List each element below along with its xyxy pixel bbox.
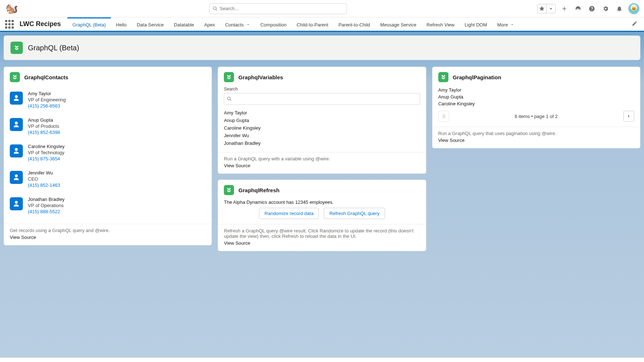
help-icon[interactable] [587, 4, 597, 14]
edit-nav-icon[interactable] [629, 21, 640, 28]
card-desc: Get records using a GraphQL query and @w… [10, 228, 206, 233]
contact-item: Amy Taylor VP of Engineering (415) 256-8… [10, 87, 206, 113]
pagination-name-list: Amy TaylorAnup GuptaCaroline Kingsley [438, 87, 634, 107]
tab-hello[interactable]: Hello [111, 17, 132, 31]
list-item: Caroline Kingsley [224, 124, 420, 132]
pager-text: 6 items • page 1 of 2 [453, 114, 620, 119]
tab-message-service[interactable]: Message Service [375, 17, 422, 31]
tab-refresh-view[interactable]: Refresh View [422, 17, 460, 31]
search-icon [227, 96, 232, 101]
notifications-icon[interactable] [614, 4, 624, 14]
tab-more-label: More [497, 22, 508, 28]
reset-page-button[interactable] [438, 111, 449, 122]
contact-title: VP of Engineering [28, 97, 66, 102]
list-item: Caroline Kingsley [438, 100, 634, 107]
favorite-star-icon[interactable] [538, 4, 546, 13]
contact-name: Caroline Kingsley [28, 144, 64, 149]
card-graphql-pagination: GraphqlPagination Amy TaylorAnup GuptaCa… [432, 67, 640, 148]
view-source-link[interactable]: View Source [224, 240, 420, 246]
user-avatar[interactable]: 🐱 [628, 3, 640, 14]
list-item: Anup Gupta [438, 93, 634, 100]
trailhead-icon[interactable] [573, 4, 583, 14]
contact-name: Amy Taylor [28, 91, 66, 96]
contact-phone[interactable]: (415) 888-5522 [28, 209, 64, 214]
refresh-query-button[interactable]: Refresh GraphQL query [324, 208, 385, 219]
contact-icon [10, 144, 23, 157]
page-title: GraphQL (Beta) [28, 44, 79, 52]
global-search-input[interactable] [220, 6, 344, 11]
page-body: GraphQL (Beta) GraphqlContacts Amy Taylo… [0, 32, 644, 358]
favorite-dropdown-icon[interactable] [547, 4, 555, 13]
refresh-message: The Alpha Dynamics account has 12345 emp… [224, 199, 420, 205]
list-item: Jennifer Wu [224, 132, 420, 139]
card-desc: Run a GraphQL query that uses pagination… [438, 131, 634, 136]
card-title: GraphqlRefresh [238, 187, 279, 193]
card-graphql-contacts: GraphqlContacts Amy Taylor VP of Enginee… [4, 67, 212, 245]
contact-title: VP of Products [28, 123, 60, 129]
contact-name: Jennifer Wu [28, 170, 60, 176]
favorites-group [537, 4, 556, 13]
card-graphql-variables: GraphqlVariables Search Amy TaylorAnup G… [218, 67, 426, 174]
variables-search-input[interactable] [224, 93, 420, 105]
tab-child-to-parent[interactable]: Child-to-Parent [292, 17, 333, 31]
card-title: GraphqlVariables [238, 74, 283, 80]
next-page-button[interactable] [623, 111, 634, 122]
contact-item: Anup Gupta VP of Products (415) 852-6398 [10, 113, 206, 139]
contact-phone[interactable]: (415) 852-6398 [28, 130, 60, 135]
global-header: 🐿️ 🐱 [0, 0, 644, 17]
view-source-link[interactable]: View Source [224, 163, 420, 168]
contact-item: Jennifer Wu CEO (415) 852-1463 [10, 166, 206, 192]
tab-graphql-beta[interactable]: GraphQL (Beta) [67, 17, 111, 31]
tab-light-dom[interactable]: Light DOM [460, 17, 492, 31]
search-label: Search [224, 87, 420, 92]
contact-item: Caroline Kingsley VP of Technology (415)… [10, 139, 206, 166]
card-desc: Refresh a GraphQL query @wire result. Cl… [224, 228, 420, 239]
tab-datatable[interactable]: Datatable [169, 17, 199, 31]
search-icon [213, 6, 218, 11]
recipe-icon [224, 185, 234, 195]
recipe-icon [11, 42, 23, 54]
app-launcher-icon[interactable] [4, 18, 15, 30]
tab-data-service[interactable]: Data Service [132, 17, 169, 31]
add-icon[interactable] [559, 4, 569, 14]
contact-phone[interactable]: (415) 852-1463 [28, 182, 60, 188]
recipe-icon [224, 72, 234, 82]
tab-parent-to-child[interactable]: Parent-to-Child [333, 17, 375, 31]
recipe-icon [10, 72, 20, 82]
card-title: GraphqlPagination [453, 74, 501, 80]
card-graphql-refresh: GraphqlRefresh The Alpha Dynamics accoun… [218, 180, 426, 251]
cards-grid: GraphqlContacts Amy Taylor VP of Enginee… [4, 67, 640, 251]
view-source-link[interactable]: View Source [438, 138, 634, 143]
pagination-bar: 6 items • page 1 of 2 [438, 111, 634, 122]
card-desc: Run a GraphQL query with a variable usin… [224, 156, 420, 161]
page-header: GraphQL (Beta) [4, 35, 640, 60]
contact-title: CEO [28, 176, 60, 182]
randomize-button[interactable]: Randomize record data [259, 208, 319, 219]
chevron-down-icon [246, 22, 250, 27]
tab-more[interactable]: More [492, 17, 520, 31]
tab-contacts[interactable]: Contacts [220, 17, 255, 31]
list-item: Jonathan Bradley [224, 139, 420, 147]
contact-item: Jonathan Bradley VP of Operations (415) … [10, 192, 206, 219]
global-search[interactable] [209, 3, 347, 14]
view-source-link[interactable]: View Source [10, 235, 206, 240]
app-nav: LWC Recipes GraphQL (Beta) Hello Data Se… [0, 17, 644, 32]
nav-tabs: GraphQL (Beta) Hello Data Service Datata… [67, 17, 519, 31]
contact-name: Jonathan Bradley [28, 197, 64, 202]
list-item: Amy Taylor [438, 87, 634, 93]
app-name: LWC Recipes [20, 20, 61, 28]
contact-phone[interactable]: (415) 256-8563 [28, 103, 66, 109]
tab-composition[interactable]: Composition [255, 17, 292, 31]
salesforce-logo: 🐿️ [4, 1, 19, 16]
recipe-icon [438, 72, 448, 82]
chevron-down-icon [510, 22, 514, 27]
contact-phone[interactable]: (415) 875-3654 [28, 156, 64, 161]
contact-icon [10, 92, 23, 105]
list-item: Anup Gupta [224, 117, 420, 124]
settings-icon[interactable] [601, 4, 611, 14]
contact-icon [10, 171, 23, 184]
contacts-list: Amy Taylor VP of Engineering (415) 256-8… [4, 85, 212, 224]
contact-icon [10, 197, 23, 210]
tab-apex[interactable]: Apex [199, 17, 220, 31]
contact-name: Anup Gupta [28, 117, 60, 123]
